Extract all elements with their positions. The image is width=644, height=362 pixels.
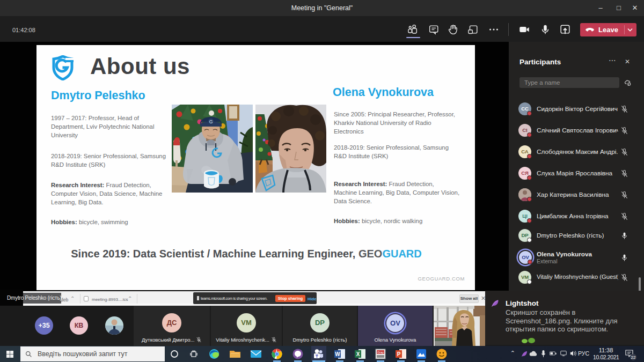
svg-text:G: G [209,119,213,124]
svg-text:X: X [356,351,360,357]
svg-text:W: W [335,351,340,357]
svg-text:Gray: Gray [377,351,384,354]
svg-text:P: P [397,351,401,357]
